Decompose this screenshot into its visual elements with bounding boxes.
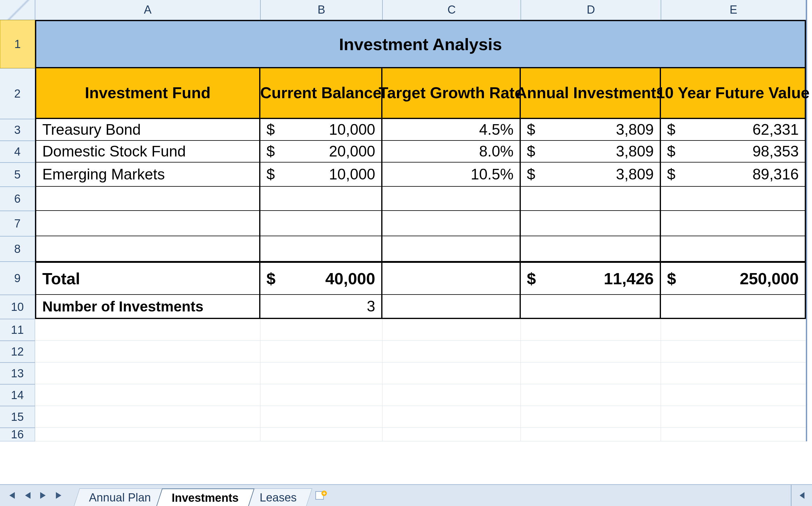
row-header-8[interactable]: 8 (0, 236, 35, 262)
row-header-14[interactable]: 14 (0, 384, 35, 406)
row-header-16[interactable]: 16 (0, 428, 35, 441)
hscroll-left-button[interactable] (791, 485, 812, 506)
cell-D8[interactable] (521, 236, 661, 262)
cell-E11[interactable] (661, 319, 806, 341)
cell-A11[interactable] (35, 319, 260, 341)
col-header-B[interactable]: B (260, 0, 382, 20)
cell-D9-total-annual[interactable]: $11,426 (521, 262, 661, 295)
row-header-9[interactable]: 9 (0, 262, 35, 295)
worksheet-grid[interactable]: A B C D E 1 2 3 4 5 6 7 8 9 10 11 12 13 … (0, 0, 812, 484)
first-sheet-button[interactable] (4, 486, 17, 504)
col-header-fund[interactable]: Investment Fund (35, 68, 260, 119)
cell-C3[interactable]: 4.5% (382, 119, 521, 141)
cell-C5[interactable]: 10.5% (382, 163, 521, 187)
cell-E3[interactable]: $62,331 (661, 119, 806, 141)
cell-C11[interactable] (382, 319, 521, 341)
cell-D14[interactable] (521, 384, 661, 406)
cell-D12[interactable] (521, 341, 661, 362)
col-header-growth[interactable]: Target Growth Rate (382, 68, 521, 119)
cell-D13[interactable] (521, 362, 661, 384)
row-header-11[interactable]: 11 (0, 319, 35, 341)
col-header-D[interactable]: D (521, 0, 661, 20)
cell-D5[interactable]: $3,809 (521, 163, 661, 187)
col-header-annual[interactable]: Annual Investments (521, 68, 661, 119)
cell-A9-total-label[interactable]: Total (35, 262, 260, 295)
select-all-corner[interactable] (0, 0, 35, 20)
row-header-10[interactable]: 10 (0, 295, 35, 319)
tab-investments[interactable]: Investments (157, 489, 255, 506)
cell-C6[interactable] (382, 187, 521, 211)
cell-B7[interactable] (260, 211, 382, 236)
cell-D4[interactable]: $3,809 (521, 141, 661, 163)
row-header-4[interactable]: 4 (0, 141, 35, 163)
cell-C13[interactable] (382, 362, 521, 384)
new-sheet-icon[interactable] (314, 488, 328, 503)
sheet-title-cell[interactable]: Investment Analysis (35, 20, 806, 68)
cell-C7[interactable] (382, 211, 521, 236)
cell-C8[interactable] (382, 236, 521, 262)
cell-D3[interactable]: $3,809 (521, 119, 661, 141)
cell-A12[interactable] (35, 341, 260, 362)
cell-B5[interactable]: $10,000 (260, 163, 382, 187)
cell-E5[interactable]: $89,316 (661, 163, 806, 187)
last-sheet-button[interactable] (53, 486, 67, 504)
cell-E10[interactable] (661, 295, 806, 319)
col-header-E[interactable]: E (661, 0, 806, 20)
row-header-3[interactable]: 3 (0, 119, 35, 141)
row-header-13[interactable]: 13 (0, 362, 35, 384)
row-header-7[interactable]: 7 (0, 211, 35, 236)
cell-D6[interactable] (521, 187, 661, 211)
row-header-6[interactable]: 6 (0, 187, 35, 211)
cell-A4[interactable]: Domestic Stock Fund (35, 141, 260, 163)
cell-B4[interactable]: $20,000 (260, 141, 382, 163)
cell-C14[interactable] (382, 384, 521, 406)
cell-B8[interactable] (260, 236, 382, 262)
cell-A13[interactable] (35, 362, 260, 384)
cell-E8[interactable] (661, 236, 806, 262)
cell-A8[interactable] (35, 236, 260, 262)
cell-A7[interactable] (35, 211, 260, 236)
col-header-future[interactable]: 10 Year Future Value (661, 68, 806, 119)
col-header-balance[interactable]: Current Balance (260, 68, 382, 119)
cell-B10-count-value[interactable]: 3 (260, 295, 382, 319)
cell-E16[interactable] (661, 428, 806, 441)
cell-B13[interactable] (260, 362, 382, 384)
cell-E14[interactable] (661, 384, 806, 406)
cell-E6[interactable] (661, 187, 806, 211)
cell-A14[interactable] (35, 384, 260, 406)
cell-A15[interactable] (35, 406, 260, 428)
row-header-5[interactable]: 5 (0, 163, 35, 187)
cell-B11[interactable] (260, 319, 382, 341)
cell-A6[interactable] (35, 187, 260, 211)
cell-C12[interactable] (382, 341, 521, 362)
cell-B6[interactable] (260, 187, 382, 211)
cell-D15[interactable] (521, 406, 661, 428)
cell-C10[interactable] (382, 295, 521, 319)
cell-B14[interactable] (260, 384, 382, 406)
cell-E12[interactable] (661, 341, 806, 362)
cell-E4[interactable]: $98,353 (661, 141, 806, 163)
cell-A5[interactable]: Emerging Markets (35, 163, 260, 187)
cell-A3[interactable]: Treasury Bond (35, 119, 260, 141)
col-header-C[interactable]: C (382, 0, 521, 20)
cell-B15[interactable] (260, 406, 382, 428)
tab-leases[interactable]: Leases (244, 489, 312, 506)
prev-sheet-button[interactable] (20, 486, 34, 504)
cell-D10[interactable] (521, 295, 661, 319)
row-header-15[interactable]: 15 (0, 406, 35, 428)
cell-E15[interactable] (661, 406, 806, 428)
row-header-12[interactable]: 12 (0, 341, 35, 362)
cell-A10-count-label[interactable]: Number of Investments (35, 295, 260, 319)
cell-D7[interactable] (521, 211, 661, 236)
cell-E9-total-future[interactable]: $250,000 (661, 262, 806, 295)
cell-B9-total-balance[interactable]: $40,000 (260, 262, 382, 295)
row-header-2[interactable]: 2 (0, 68, 35, 119)
cell-E13[interactable] (661, 362, 806, 384)
cell-E7[interactable] (661, 211, 806, 236)
cell-C15[interactable] (382, 406, 521, 428)
cell-A16[interactable] (35, 428, 260, 441)
next-sheet-button[interactable] (37, 486, 50, 504)
cell-C4[interactable]: 8.0% (382, 141, 521, 163)
cell-B12[interactable] (260, 341, 382, 362)
cell-D11[interactable] (521, 319, 661, 341)
